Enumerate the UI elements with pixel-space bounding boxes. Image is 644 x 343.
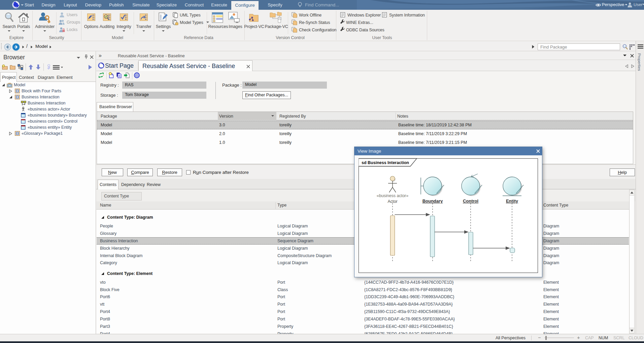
- svg-text:?: ?: [136, 73, 138, 77]
- svg-text:sd Business Interaction: sd Business Interaction: [362, 160, 409, 165]
- svg-text:Entity: Entity: [506, 198, 518, 204]
- svg-text:Control: Control: [463, 198, 478, 204]
- svg-text:Boundary: Boundary: [422, 198, 443, 204]
- svg-text:Actor: Actor: [387, 199, 397, 204]
- svg-text:«business actor»: «business actor»: [377, 193, 409, 198]
